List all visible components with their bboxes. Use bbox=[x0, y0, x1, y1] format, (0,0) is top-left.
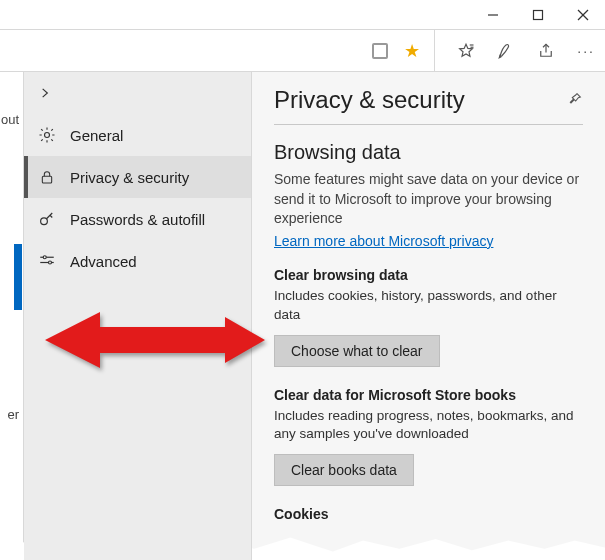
sidebar-item-label: Advanced bbox=[70, 253, 137, 270]
notes-icon[interactable] bbox=[497, 42, 515, 60]
lock-icon bbox=[38, 168, 56, 186]
key-icon bbox=[38, 210, 56, 228]
back-button[interactable] bbox=[24, 72, 251, 114]
pin-icon[interactable] bbox=[567, 91, 583, 110]
browser-toolbar: ★ ··· bbox=[0, 30, 605, 72]
sidebar-item-passwords[interactable]: Passwords & autofill bbox=[24, 198, 251, 240]
gear-icon bbox=[38, 126, 56, 144]
svg-rect-7 bbox=[42, 176, 51, 183]
tab-indicator bbox=[14, 244, 22, 310]
privacy-link[interactable]: Learn more about Microsoft privacy bbox=[274, 233, 493, 249]
clear-books-button[interactable]: Clear books data bbox=[274, 454, 414, 486]
cookies-heading: Cookies bbox=[274, 506, 583, 522]
page-fragment: out er bbox=[0, 72, 24, 560]
minimize-button[interactable] bbox=[470, 0, 515, 29]
svg-point-12 bbox=[49, 261, 52, 264]
choose-clear-button[interactable]: Choose what to clear bbox=[274, 335, 440, 367]
window-titlebar bbox=[0, 0, 605, 30]
settings-panel: Privacy & security Browsing data Some fe… bbox=[252, 72, 605, 560]
sidebar-item-privacy[interactable]: Privacy & security bbox=[24, 156, 251, 198]
svg-rect-1 bbox=[533, 10, 542, 19]
sliders-icon bbox=[38, 252, 56, 270]
favorites-hub-icon[interactable] bbox=[457, 42, 475, 60]
sidebar-item-label: Privacy & security bbox=[70, 169, 189, 186]
favorite-star-icon[interactable]: ★ bbox=[404, 40, 420, 62]
settings-sidebar: General Privacy & security Passwords & a… bbox=[24, 72, 252, 560]
sidebar-item-label: General bbox=[70, 127, 123, 144]
sidebar-item-general[interactable]: General bbox=[24, 114, 251, 156]
clear-books-description: Includes reading progress, notes, bookma… bbox=[274, 407, 583, 445]
share-icon[interactable] bbox=[537, 42, 555, 60]
clear-data-heading: Clear browsing data bbox=[274, 267, 583, 283]
page-title: Privacy & security bbox=[274, 86, 465, 114]
sidebar-item-advanced[interactable]: Advanced bbox=[24, 240, 251, 282]
clear-books-heading: Clear data for Microsoft Store books bbox=[274, 387, 583, 403]
maximize-button[interactable] bbox=[515, 0, 560, 29]
browsing-data-heading: Browsing data bbox=[274, 141, 583, 164]
sidebar-item-label: Passwords & autofill bbox=[70, 211, 205, 228]
more-icon[interactable]: ··· bbox=[577, 43, 595, 59]
svg-point-6 bbox=[45, 133, 50, 138]
clear-data-description: Includes cookies, history, passwords, an… bbox=[274, 287, 583, 325]
close-button[interactable] bbox=[560, 0, 605, 29]
reading-view-icon[interactable] bbox=[372, 43, 388, 59]
browsing-data-description: Some features might save data on your de… bbox=[274, 170, 583, 229]
svg-point-11 bbox=[43, 256, 46, 259]
